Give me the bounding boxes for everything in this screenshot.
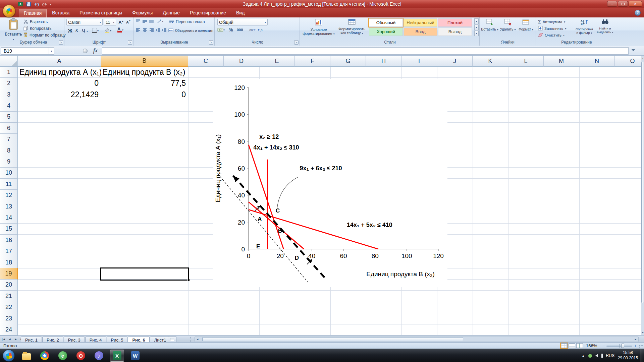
row-header-6[interactable]: 6 — [0, 123, 18, 134]
column-header-I[interactable]: I — [401, 56, 437, 67]
scroll-up-arrow[interactable]: ▲ — [641, 56, 644, 61]
minimize-button[interactable]: – — [607, 1, 617, 7]
column-header-F[interactable]: F — [295, 56, 330, 67]
taskbar-app-word[interactable]: W — [128, 350, 142, 362]
cell-A1[interactable]: Единиц продукта А (x₁) — [18, 67, 101, 78]
orientation-button[interactable]: ▾ — [157, 19, 163, 23]
volume-tray-icon[interactable] — [595, 354, 598, 357]
row-header-21[interactable]: 21 — [0, 291, 18, 302]
page-break-view-button[interactable] — [576, 343, 583, 348]
taskbar-app-opera[interactable]: O — [74, 350, 88, 362]
name-box-dropdown[interactable]: ▾ — [49, 48, 54, 54]
row-header-14[interactable]: 14 — [0, 212, 18, 223]
row-header-22[interactable]: 22 — [0, 302, 18, 313]
row-header-7[interactable]: 7 — [0, 134, 18, 145]
decrease-font-button[interactable]: А▼ — [125, 19, 132, 25]
help-button[interactable]: ? — [635, 10, 641, 16]
increase-indent-button[interactable] — [162, 28, 167, 32]
fx-button[interactable]: fx — [93, 48, 98, 54]
clipboard-dialog-launcher[interactable]: ↘ — [59, 40, 63, 45]
align-middle-button[interactable] — [142, 19, 147, 23]
align-right-button[interactable] — [149, 28, 154, 32]
underline-dropdown[interactable]: ▾ — [87, 30, 88, 33]
ribbon-tab[interactable]: Главная — [19, 9, 47, 17]
column-header-K[interactable]: K — [473, 56, 508, 67]
align-left-button[interactable] — [136, 28, 141, 32]
taskbar-app-explorer[interactable] — [19, 350, 34, 362]
column-header-H[interactable]: H — [366, 56, 401, 67]
insert-worksheet-tab[interactable] — [168, 336, 176, 342]
ribbon-tab[interactable]: Формулы — [127, 9, 157, 17]
network-tray-icon[interactable] — [601, 354, 603, 358]
column-header-N[interactable]: N — [579, 56, 615, 67]
decrease-decimal-button[interactable]: ,0 — [258, 28, 265, 32]
copy-button[interactable]: Копировать — [23, 25, 66, 32]
row-header-3[interactable]: 3 — [0, 89, 18, 100]
align-bottom-button[interactable] — [149, 19, 154, 23]
row-header-9[interactable]: 9 — [0, 156, 18, 167]
row-header-8[interactable]: 8 — [0, 145, 18, 156]
column-header-J[interactable]: J — [437, 56, 473, 67]
column-header-O[interactable]: O — [615, 56, 641, 67]
row-header-1[interactable]: 1 — [0, 67, 18, 78]
increase-font-button[interactable]: А▲ — [117, 19, 125, 25]
cell-style[interactable]: Обычный — [369, 18, 403, 27]
row-header-4[interactable]: 4 — [0, 100, 18, 111]
hidden-icons-button[interactable]: ▲ — [582, 354, 585, 358]
show-desktop-button[interactable] — [640, 349, 644, 362]
column-header-L[interactable]: L — [508, 56, 544, 67]
horizontal-scroll-thumb[interactable] — [202, 337, 463, 341]
formula-bar-expand-button[interactable] — [631, 49, 635, 51]
gallery-scroll-down[interactable]: ▼ — [474, 24, 479, 30]
row-header-18[interactable]: 18 — [0, 257, 18, 268]
taskbar-app-excel[interactable]: X — [110, 350, 124, 362]
tab-scroll-splitter[interactable] — [190, 337, 192, 342]
vertical-scrollbar[interactable]: ▲ ▼ — [641, 56, 644, 336]
increase-decimal-button[interactable]: ,00 — [248, 28, 256, 32]
row-header-24[interactable]: 24 — [0, 324, 18, 335]
align-top-button[interactable] — [136, 19, 141, 23]
zoom-slider-thumb[interactable] — [621, 344, 624, 348]
maximize-button[interactable] — [618, 1, 628, 7]
selected-cell-B19[interactable] — [100, 267, 189, 281]
column-header-G[interactable]: G — [330, 56, 366, 67]
ribbon-tab[interactable]: Разметка страницы — [75, 9, 127, 17]
language-indicator[interactable]: RUS — [606, 353, 614, 358]
row-header-19[interactable]: 19 — [0, 268, 18, 279]
normal-view-button[interactable] — [561, 343, 568, 348]
insert-function-button[interactable] — [83, 49, 88, 53]
sheet-nav-first[interactable]: |◄ — [1, 337, 6, 342]
gallery-more[interactable]: ▼ — [474, 31, 479, 36]
merge-center-button[interactable]: Объединить и поместить в центре▾ — [168, 27, 213, 34]
row-header-13[interactable]: 13 — [0, 201, 18, 212]
column-header-A[interactable]: A — [18, 56, 101, 67]
alignment-dialog-launcher[interactable]: ↘ — [209, 40, 213, 45]
column-header-D[interactable]: D — [224, 56, 259, 67]
decrease-indent-button[interactable] — [156, 28, 161, 32]
page-layout-view-button[interactable] — [569, 343, 575, 348]
row-header-10[interactable]: 10 — [0, 168, 18, 179]
cell-style[interactable]: Ввод — [404, 27, 437, 36]
gallery-scroll-up[interactable]: ▲ — [474, 18, 479, 24]
row-header-2[interactable]: 2 — [0, 78, 18, 89]
start-button[interactable] — [3, 350, 15, 362]
clear-button[interactable]: Очистить▾ — [538, 32, 566, 39]
insert-cells-button[interactable]: Вставить ▾ — [481, 18, 498, 40]
ribbon-tab[interactable]: Вставка — [47, 9, 74, 17]
office-button[interactable] — [3, 5, 15, 17]
comma-format-button[interactable]: 000 — [237, 28, 243, 32]
italic-button[interactable]: К — [74, 27, 80, 34]
column-header-B[interactable]: B — [101, 56, 188, 67]
security-tray-icon[interactable] — [588, 354, 592, 358]
fill-color-button[interactable]: ▾ — [105, 28, 111, 33]
cell-style[interactable]: Плохой — [438, 18, 472, 27]
ribbon-tab[interactable]: Рецензирование — [185, 9, 231, 17]
cell-A3[interactable]: 22,1429 — [18, 89, 101, 100]
sheet-tab[interactable]: Рис. 2 — [42, 337, 63, 343]
taskbar-app-media-player[interactable]: ♪ — [92, 350, 106, 362]
conditional-formatting-button[interactable]: Условное форматирование ▾ — [302, 18, 335, 40]
zoom-level[interactable]: 166% — [586, 343, 597, 348]
wrap-text-button[interactable]: Перенос текста — [169, 18, 205, 25]
bold-button[interactable]: Ж — [67, 27, 73, 34]
format-painter-button[interactable]: Формат по образцу — [23, 32, 66, 39]
